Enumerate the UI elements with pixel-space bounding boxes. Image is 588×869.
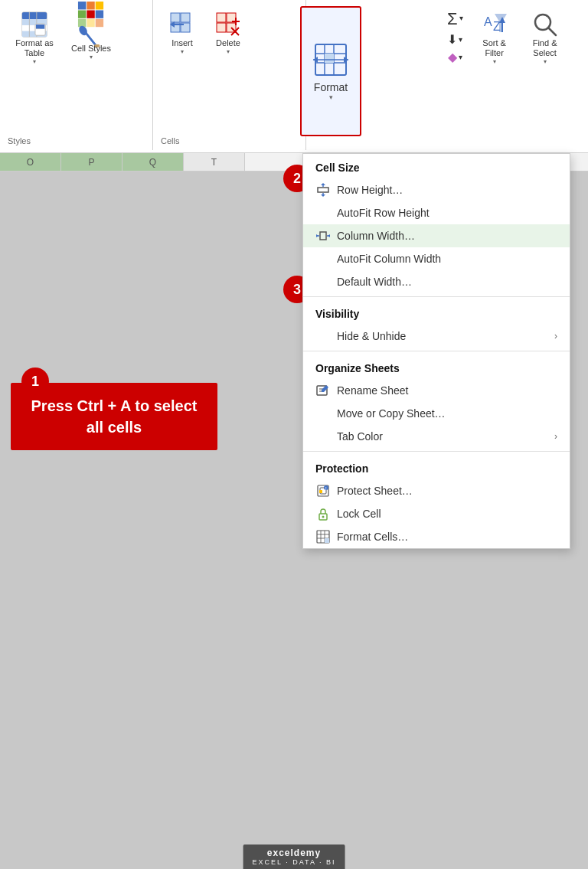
tab-color-label: Tab Color (337, 430, 383, 443)
svg-marker-61 (328, 234, 330, 237)
format-as-table-button[interactable]: Format as Table ▾ (8, 8, 61, 68)
svg-point-71 (322, 516, 325, 518)
format-button[interactable]: Format ▾ (300, 6, 361, 136)
svg-rect-41 (325, 54, 334, 63)
svg-rect-12 (96, 2, 103, 9)
right-section: Σ ▾ ⬇ ▾ ◆ ▾ A Z (368, 0, 588, 150)
styles-icons: Format as Table ▾ (0, 0, 152, 68)
default-width-item[interactable]: Default Width… (303, 270, 570, 293)
sort-filter-icon: A Z (481, 11, 508, 38)
tab-color-arrow: › (554, 431, 557, 442)
format-cells-icon (315, 529, 331, 544)
logo-subtitle: EXCEL · DATA · BI (253, 858, 336, 866)
divider-2 (303, 351, 570, 351)
format-cells-label: Format Cells… (337, 531, 408, 543)
ribbon: Format as Table ▾ (0, 0, 588, 153)
column-width-icon (315, 228, 331, 243)
svg-rect-18 (96, 18, 103, 26)
row-height-item[interactable]: Row Height… (303, 178, 570, 201)
rename-sheet-icon (315, 383, 331, 398)
delete-icon (214, 11, 242, 38)
protect-sheet-icon: ! (315, 483, 331, 498)
protection-header: Protection (303, 455, 570, 479)
svg-rect-15 (96, 10, 103, 18)
svg-rect-14 (87, 10, 94, 18)
move-copy-sheet-label: Move or Copy Sheet… (337, 407, 446, 420)
organize-sheets-header: Organize Sheets (303, 354, 570, 379)
cells-section: Insert ▾ (153, 0, 306, 150)
find-select-label: Find &Select (533, 38, 557, 58)
column-width-label: Column Width… (337, 230, 415, 242)
column-width-item[interactable]: Column Width… (303, 224, 570, 247)
row-height-icon (315, 182, 331, 198)
col-header-o: O (0, 153, 61, 171)
styles-label: Styles (0, 133, 152, 150)
find-select-icon (531, 11, 559, 38)
tab-color-item[interactable]: Tab Color › (303, 425, 570, 448)
svg-rect-1 (22, 12, 47, 19)
cell-styles-label: Cell Styles (71, 44, 111, 54)
find-select-button[interactable]: Find &Select ▾ (523, 8, 567, 68)
sort-filter-label: Sort &Filter (482, 38, 506, 58)
svg-rect-57 (320, 232, 326, 240)
insert-button[interactable]: Insert ▾ (161, 8, 204, 58)
format-as-table-icon (21, 11, 48, 38)
col-header-q: Q (122, 153, 184, 171)
svg-text:A: A (484, 15, 492, 28)
delete-button[interactable]: Delete ▾ (207, 8, 250, 58)
sort-filter-button[interactable]: A Z Sort &Filter ▾ (472, 8, 517, 68)
divider-3 (303, 451, 570, 452)
logo-text: exceldemy (253, 848, 336, 858)
default-width-label: Default Width… (337, 276, 412, 288)
logo-area: exceldemy EXCEL · DATA · BI (243, 844, 345, 869)
col-header-t: T (184, 153, 245, 171)
svg-rect-11 (87, 2, 94, 9)
svg-rect-67 (319, 490, 322, 493)
hide-unhide-arrow: › (554, 331, 557, 341)
cells-icons: Insert ▾ (153, 0, 305, 58)
svg-rect-23 (181, 13, 190, 22)
svg-rect-8 (36, 25, 44, 29)
insert-icon (168, 11, 196, 38)
svg-marker-56 (321, 194, 325, 197)
format-cells-item[interactable]: Format Cells… (303, 525, 570, 548)
cells-label: Cells (153, 133, 305, 150)
styles-section: Format as Table ▾ (0, 0, 153, 150)
format-icon (312, 41, 349, 78)
hide-unhide-label: Hide & Unhide (337, 330, 406, 342)
lock-cell-label: Lock Cell (337, 508, 381, 520)
cell-size-header: Cell Size (303, 154, 570, 178)
svg-rect-13 (78, 10, 86, 18)
svg-rect-10 (78, 2, 86, 9)
cell-styles-icon (77, 16, 105, 44)
svg-rect-22 (171, 13, 180, 22)
svg-rect-16 (78, 18, 86, 26)
svg-marker-59 (316, 234, 318, 237)
col-header-p: P (61, 153, 122, 171)
svg-rect-30 (217, 23, 226, 32)
delete-label: Delete (216, 38, 240, 48)
format-as-table-label: Format as Table (14, 38, 55, 58)
hide-unhide-item[interactable]: Hide & Unhide › (303, 325, 570, 348)
lock-cell-icon (315, 506, 331, 521)
svg-line-51 (548, 28, 556, 35)
svg-rect-77 (325, 538, 329, 543)
autofit-column-width-label: AutoFit Column Width (337, 253, 441, 265)
autofit-column-width-item[interactable]: AutoFit Column Width (303, 247, 570, 270)
svg-rect-28 (217, 13, 226, 22)
autofit-row-height-item[interactable]: AutoFit Row Height (303, 201, 570, 224)
rename-sheet-label: Rename Sheet (337, 384, 408, 397)
svg-marker-54 (321, 183, 325, 185)
protect-sheet-label: Protect Sheet… (337, 485, 413, 497)
rename-sheet-item[interactable]: Rename Sheet (303, 379, 570, 402)
row-height-label: Row Height… (337, 184, 403, 196)
cell-styles-button[interactable]: Cell Styles ▾ (64, 13, 118, 64)
move-copy-sheet-item[interactable]: Move or Copy Sheet… (303, 402, 570, 425)
divider-1 (303, 296, 570, 297)
svg-rect-17 (87, 18, 94, 26)
lock-cell-item[interactable]: Lock Cell (303, 502, 570, 525)
visibility-header: Visibility (303, 300, 570, 325)
svg-rect-52 (318, 188, 328, 192)
format-label: Format (314, 81, 348, 93)
protect-sheet-item[interactable]: ! Protect Sheet… (303, 479, 570, 502)
